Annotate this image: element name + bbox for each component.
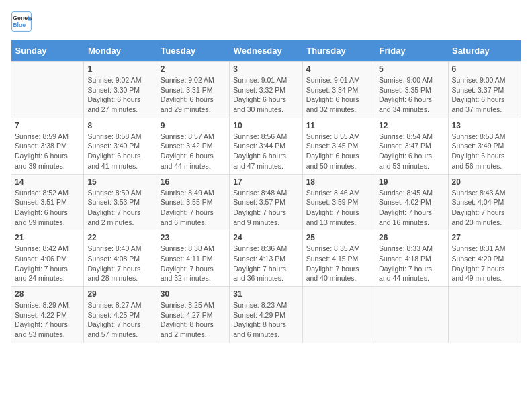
- day-number: 3: [233, 64, 298, 74]
- day-info: Sunrise: 9:02 AM Sunset: 3:30 PM Dayligh…: [87, 75, 152, 115]
- week-row-1: 1Sunrise: 9:02 AM Sunset: 3:30 PM Daylig…: [11, 62, 521, 118]
- day-info: Sunrise: 8:27 AM Sunset: 4:25 PM Dayligh…: [87, 300, 152, 340]
- calendar-cell: 4Sunrise: 9:01 AM Sunset: 3:34 PM Daylig…: [302, 62, 375, 118]
- svg-text:Blue: Blue: [13, 21, 26, 28]
- week-row-3: 14Sunrise: 8:52 AM Sunset: 3:51 PM Dayli…: [11, 174, 521, 230]
- day-number: 27: [452, 233, 517, 242]
- day-info: Sunrise: 9:01 AM Sunset: 3:32 PM Dayligh…: [233, 75, 298, 115]
- page-header: General Blue: [11, 11, 521, 32]
- day-info: Sunrise: 8:46 AM Sunset: 3:59 PM Dayligh…: [306, 188, 371, 228]
- day-of-week-saturday: Saturday: [448, 40, 521, 62]
- calendar-cell: 5Sunrise: 9:00 AM Sunset: 3:35 PM Daylig…: [375, 62, 448, 118]
- calendar-cell: 1Sunrise: 9:02 AM Sunset: 3:30 PM Daylig…: [84, 62, 157, 118]
- day-number: 16: [161, 177, 226, 187]
- day-info: Sunrise: 9:00 AM Sunset: 3:35 PM Dayligh…: [379, 75, 444, 115]
- day-info: Sunrise: 8:36 AM Sunset: 4:13 PM Dayligh…: [233, 244, 298, 283]
- day-number: 19: [379, 177, 444, 187]
- calendar-cell: 30Sunrise: 8:25 AM Sunset: 4:27 PM Dayli…: [157, 287, 229, 343]
- day-of-week-wednesday: Wednesday: [230, 40, 302, 62]
- day-number: 31: [233, 289, 298, 299]
- day-info: Sunrise: 8:40 AM Sunset: 4:08 PM Dayligh…: [87, 244, 152, 283]
- day-info: Sunrise: 8:29 AM Sunset: 4:22 PM Dayligh…: [15, 300, 80, 340]
- calendar-cell: 2Sunrise: 9:02 AM Sunset: 3:31 PM Daylig…: [157, 62, 229, 118]
- day-number: 22: [87, 233, 152, 242]
- calendar-cell: 20Sunrise: 8:43 AM Sunset: 4:04 PM Dayli…: [448, 174, 521, 230]
- day-info: Sunrise: 8:54 AM Sunset: 3:47 PM Dayligh…: [379, 132, 444, 171]
- day-info: Sunrise: 8:56 AM Sunset: 3:44 PM Dayligh…: [233, 132, 298, 171]
- day-number: 17: [233, 177, 298, 187]
- calendar-cell: 7Sunrise: 8:59 AM Sunset: 3:38 PM Daylig…: [11, 118, 84, 174]
- calendar-cell: 3Sunrise: 9:01 AM Sunset: 3:32 PM Daylig…: [230, 62, 302, 118]
- day-number: 30: [161, 289, 226, 299]
- day-number: 10: [233, 121, 298, 130]
- day-of-week-thursday: Thursday: [302, 40, 375, 62]
- calendar-cell: [448, 287, 521, 343]
- day-number: 18: [306, 177, 371, 187]
- day-number: 5: [379, 64, 444, 74]
- day-number: 15: [87, 177, 152, 187]
- calendar-cell: 24Sunrise: 8:36 AM Sunset: 4:13 PM Dayli…: [230, 230, 302, 287]
- day-number: 14: [15, 177, 80, 187]
- calendar-table: SundayMondayTuesdayWednesdayThursdayFrid…: [11, 40, 521, 343]
- week-row-4: 21Sunrise: 8:42 AM Sunset: 4:06 PM Dayli…: [11, 230, 521, 287]
- calendar-cell: 13Sunrise: 8:53 AM Sunset: 3:49 PM Dayli…: [448, 118, 521, 174]
- calendar-cell: 8Sunrise: 8:58 AM Sunset: 3:40 PM Daylig…: [84, 118, 157, 174]
- calendar-cell: 9Sunrise: 8:57 AM Sunset: 3:42 PM Daylig…: [157, 118, 229, 174]
- day-info: Sunrise: 8:38 AM Sunset: 4:11 PM Dayligh…: [161, 244, 226, 283]
- calendar-cell: 15Sunrise: 8:50 AM Sunset: 3:53 PM Dayli…: [84, 174, 157, 230]
- day-number: 1: [87, 64, 152, 74]
- calendar-cell: 22Sunrise: 8:40 AM Sunset: 4:08 PM Dayli…: [84, 230, 157, 287]
- day-of-week-monday: Monday: [84, 40, 157, 62]
- day-number: 6: [452, 64, 517, 74]
- calendar-cell: 25Sunrise: 8:35 AM Sunset: 4:15 PM Dayli…: [302, 230, 375, 287]
- day-number: 26: [379, 233, 444, 242]
- day-number: 24: [233, 233, 298, 242]
- day-info: Sunrise: 8:25 AM Sunset: 4:27 PM Dayligh…: [161, 300, 226, 340]
- week-row-5: 28Sunrise: 8:29 AM Sunset: 4:22 PM Dayli…: [11, 287, 521, 343]
- day-number: 4: [306, 64, 371, 74]
- day-info: Sunrise: 8:49 AM Sunset: 3:55 PM Dayligh…: [161, 188, 226, 228]
- calendar-cell: 29Sunrise: 8:27 AM Sunset: 4:25 PM Dayli…: [84, 287, 157, 343]
- day-info: Sunrise: 8:52 AM Sunset: 3:51 PM Dayligh…: [15, 188, 80, 228]
- day-number: 8: [87, 121, 152, 130]
- calendar-cell: 10Sunrise: 8:56 AM Sunset: 3:44 PM Dayli…: [230, 118, 302, 174]
- calendar-cell: 11Sunrise: 8:55 AM Sunset: 3:45 PM Dayli…: [302, 118, 375, 174]
- day-info: Sunrise: 8:33 AM Sunset: 4:18 PM Dayligh…: [379, 244, 444, 283]
- calendar-cell: 12Sunrise: 8:54 AM Sunset: 3:47 PM Dayli…: [375, 118, 448, 174]
- day-info: Sunrise: 8:42 AM Sunset: 4:06 PM Dayligh…: [15, 244, 80, 283]
- day-number: 23: [161, 233, 226, 242]
- logo-icon: General Blue: [11, 11, 32, 32]
- day-info: Sunrise: 8:50 AM Sunset: 3:53 PM Dayligh…: [87, 188, 152, 228]
- day-number: 12: [379, 121, 444, 130]
- day-number: 7: [15, 121, 80, 130]
- calendar-cell: [11, 62, 84, 118]
- day-info: Sunrise: 9:00 AM Sunset: 3:37 PM Dayligh…: [452, 75, 517, 115]
- week-row-2: 7Sunrise: 8:59 AM Sunset: 3:38 PM Daylig…: [11, 118, 521, 174]
- calendar-cell: 17Sunrise: 8:48 AM Sunset: 3:57 PM Dayli…: [230, 174, 302, 230]
- day-number: 2: [161, 64, 226, 74]
- day-info: Sunrise: 8:31 AM Sunset: 4:20 PM Dayligh…: [452, 244, 517, 283]
- day-number: 11: [306, 121, 371, 130]
- calendar-cell: 31Sunrise: 8:23 AM Sunset: 4:29 PM Dayli…: [230, 287, 302, 343]
- day-info: Sunrise: 8:43 AM Sunset: 4:04 PM Dayligh…: [452, 188, 517, 228]
- day-number: 20: [452, 177, 517, 187]
- day-info: Sunrise: 8:35 AM Sunset: 4:15 PM Dayligh…: [306, 244, 371, 283]
- day-number: 9: [161, 121, 226, 130]
- day-info: Sunrise: 8:48 AM Sunset: 3:57 PM Dayligh…: [233, 188, 298, 228]
- calendar-cell: 16Sunrise: 8:49 AM Sunset: 3:55 PM Dayli…: [157, 174, 229, 230]
- calendar-header-row: SundayMondayTuesdayWednesdayThursdayFrid…: [11, 40, 521, 62]
- day-number: 29: [87, 289, 152, 299]
- calendar-cell: [375, 287, 448, 343]
- day-info: Sunrise: 9:02 AM Sunset: 3:31 PM Dayligh…: [161, 75, 226, 115]
- day-info: Sunrise: 8:58 AM Sunset: 3:40 PM Dayligh…: [87, 132, 152, 171]
- day-of-week-friday: Friday: [375, 40, 448, 62]
- day-info: Sunrise: 9:01 AM Sunset: 3:34 PM Dayligh…: [306, 75, 371, 115]
- day-info: Sunrise: 8:23 AM Sunset: 4:29 PM Dayligh…: [233, 300, 298, 340]
- calendar-cell: [302, 287, 375, 343]
- day-info: Sunrise: 8:59 AM Sunset: 3:38 PM Dayligh…: [15, 132, 80, 171]
- calendar-cell: 6Sunrise: 9:00 AM Sunset: 3:37 PM Daylig…: [448, 62, 521, 118]
- calendar-cell: 23Sunrise: 8:38 AM Sunset: 4:11 PM Dayli…: [157, 230, 229, 287]
- calendar-cell: 26Sunrise: 8:33 AM Sunset: 4:18 PM Dayli…: [375, 230, 448, 287]
- day-info: Sunrise: 8:55 AM Sunset: 3:45 PM Dayligh…: [306, 132, 371, 171]
- day-of-week-tuesday: Tuesday: [157, 40, 229, 62]
